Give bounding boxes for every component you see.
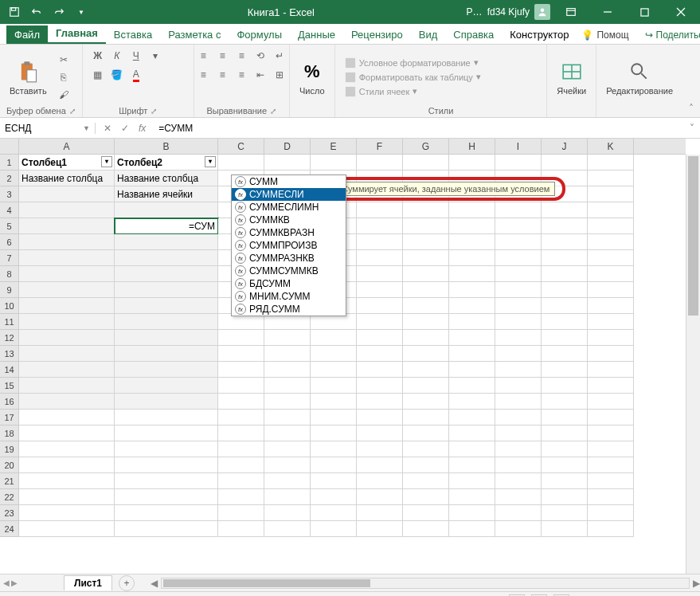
save-icon[interactable]	[5, 2, 24, 22]
sheet-nav-next-icon[interactable]: ▶	[11, 578, 18, 587]
col-header-I[interactable]: I	[495, 139, 542, 154]
cell-H8[interactable]	[449, 266, 495, 282]
row-header-18[interactable]: 18	[0, 425, 18, 441]
cell-G17[interactable]	[403, 410, 449, 425]
cell-styles-button[interactable]: Стили ячеек▾	[342, 85, 484, 98]
cancel-formula-icon[interactable]: ✕	[104, 123, 111, 134]
cell-G21[interactable]	[403, 473, 449, 489]
cell-A7[interactable]	[19, 250, 115, 266]
cell-B12[interactable]	[115, 330, 218, 346]
cell-F8[interactable]	[357, 266, 403, 282]
row-header-20[interactable]: 20	[0, 457, 18, 473]
number-format-button[interactable]: % Число	[296, 57, 328, 97]
cell-J17[interactable]	[542, 410, 588, 425]
cell-K13[interactable]	[588, 346, 634, 362]
cell-I20[interactable]	[495, 457, 542, 473]
cell-I6[interactable]	[495, 234, 542, 250]
cell-K21[interactable]	[588, 473, 634, 489]
cell-A9[interactable]	[19, 282, 115, 298]
cell-A15[interactable]	[19, 378, 115, 394]
cell-J18[interactable]	[542, 425, 588, 441]
cell-C22[interactable]	[218, 489, 264, 505]
autocomplete-item[interactable]: fxСУММРАЗНКВ	[232, 252, 346, 265]
cell-A10[interactable]	[19, 298, 115, 314]
cell-H20[interactable]	[449, 457, 495, 473]
cell-J20[interactable]	[542, 457, 588, 473]
autocomplete-item[interactable]: fxСУММ	[232, 175, 346, 188]
cell-H11[interactable]	[449, 314, 495, 330]
cell-F15[interactable]	[357, 378, 403, 394]
cell-A16[interactable]	[19, 394, 115, 410]
cell-B3[interactable]: Название ячейки	[115, 186, 218, 202]
cell-B22[interactable]	[115, 489, 218, 505]
autocomplete-item[interactable]: fxСУММКВРАЗН	[232, 226, 346, 239]
cell-K6[interactable]	[588, 234, 634, 250]
cell-K3[interactable]	[588, 186, 634, 202]
cell-K11[interactable]	[588, 314, 634, 330]
editing-button[interactable]: Редактирование	[603, 57, 676, 97]
cell-J10[interactable]	[542, 298, 588, 314]
cell-C1[interactable]	[218, 155, 264, 171]
cell-B1[interactable]: Столбец2▾	[115, 155, 218, 171]
format-as-table-button[interactable]: Форматировать как таблицу▾	[342, 71, 484, 84]
autocomplete-item[interactable]: fxМНИМ.СУММ	[232, 290, 346, 303]
cell-F20[interactable]	[357, 457, 403, 473]
cells-button[interactable]: Ячейки	[553, 57, 589, 97]
cell-K5[interactable]	[588, 218, 634, 234]
font-launcher-icon[interactable]: ⤢	[151, 107, 157, 116]
cell-I1[interactable]	[495, 155, 542, 171]
cell-J24[interactable]	[542, 521, 588, 537]
cell-C19[interactable]	[218, 441, 264, 457]
cell-I18[interactable]	[495, 425, 542, 441]
qat-dropdown-icon[interactable]: ▼	[72, 2, 91, 22]
autocomplete-item[interactable]: fxСУММСУММКВ	[232, 265, 346, 277]
cell-K7[interactable]	[588, 250, 634, 266]
filter-button-B[interactable]: ▾	[205, 156, 216, 167]
hscroll-right-icon[interactable]: ▶	[693, 578, 700, 589]
filter-button-A[interactable]: ▾	[101, 156, 112, 167]
cell-B9[interactable]	[115, 282, 218, 298]
cell-A6[interactable]	[19, 234, 115, 250]
row-header-5[interactable]: 5	[0, 218, 18, 234]
paste-button[interactable]: Вставить	[6, 57, 50, 97]
font-color-icon[interactable]: А	[127, 67, 145, 83]
cell-G16[interactable]	[403, 394, 449, 410]
cell-K20[interactable]	[588, 457, 634, 473]
cell-B17[interactable]	[115, 410, 218, 425]
cell-J5[interactable]	[542, 218, 588, 234]
collapse-ribbon-icon[interactable]: ˄	[682, 45, 700, 117]
cell-A3[interactable]	[19, 186, 115, 202]
cell-C16[interactable]	[218, 394, 264, 410]
cell-F6[interactable]	[357, 234, 403, 250]
tab-layout[interactable]: Разметка с	[160, 25, 229, 44]
formula-input[interactable]: =СУММ	[154, 123, 684, 134]
cell-K15[interactable]	[588, 378, 634, 394]
name-box[interactable]: ЕСНД ▼	[0, 123, 96, 134]
cell-D14[interactable]	[264, 362, 311, 378]
name-box-dropdown-icon[interactable]: ▼	[83, 124, 90, 132]
alignment-launcher-icon[interactable]: ⤢	[270, 107, 276, 116]
cell-C21[interactable]	[218, 473, 264, 489]
cell-H24[interactable]	[449, 521, 495, 537]
cell-G8[interactable]	[403, 266, 449, 282]
cell-J9[interactable]	[542, 282, 588, 298]
tab-review[interactable]: Рецензиро	[343, 25, 411, 44]
tab-insert[interactable]: Вставка	[106, 25, 160, 44]
ribbon-display-icon[interactable]	[555, 1, 587, 23]
cell-A2[interactable]: Название столбца	[19, 171, 115, 186]
cell-F23[interactable]	[357, 505, 403, 521]
cell-G20[interactable]	[403, 457, 449, 473]
tab-help[interactable]: Справка	[445, 25, 502, 44]
cell-I11[interactable]	[495, 314, 542, 330]
cell-H6[interactable]	[449, 234, 495, 250]
cell-J13[interactable]	[542, 346, 588, 362]
align-left-icon[interactable]: ≡	[194, 67, 212, 83]
cell-J4[interactable]	[542, 202, 588, 218]
cell-F13[interactable]	[357, 346, 403, 362]
fill-color-icon[interactable]: 🪣	[108, 67, 126, 83]
cell-J1[interactable]	[542, 155, 588, 171]
cell-C15[interactable]	[218, 378, 264, 394]
cell-K10[interactable]	[588, 298, 634, 314]
cell-F9[interactable]	[357, 282, 403, 298]
cell-D22[interactable]	[264, 489, 311, 505]
